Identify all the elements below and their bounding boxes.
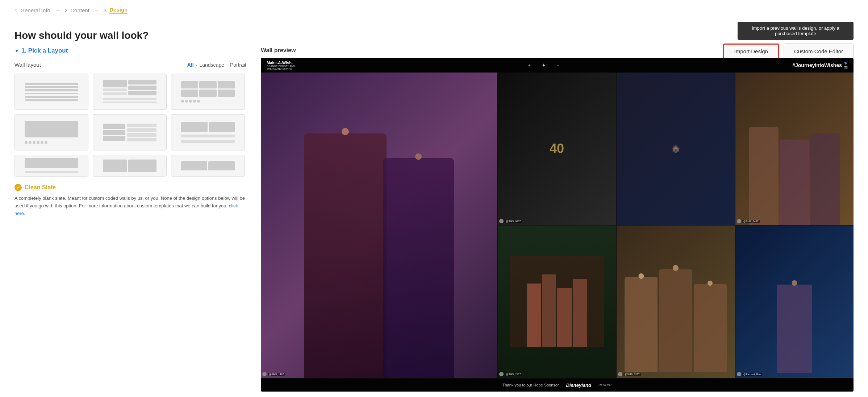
photo-username-7: @Richard_Riva (742, 373, 762, 376)
layout-card-1[interactable] (14, 74, 88, 110)
section-title: 1. Pick a Layout (21, 47, 68, 54)
photo-cell-2: 40 @SMS_0237 (498, 73, 616, 225)
photo-username-6: @SMS_0237 (623, 373, 641, 376)
photo-username-2: @SMS_0237 (505, 220, 522, 223)
logo-main-text: Make-A-Wish. (267, 61, 295, 65)
preview-footer: Thank you to our Hope Sponsor Disneyland… (261, 379, 854, 392)
preview-logo: Make-A-Wish. ORANGE COUNTY ANDTHE INLAND… (267, 61, 295, 70)
step1-label: General Info (20, 7, 50, 13)
top-actions-area: Import a previous wall's design, or appl… (723, 22, 854, 59)
step2-label: Content (70, 7, 89, 13)
preview-photo-grid: @SMS_1487 40 @SMS_0237 🏠 (261, 73, 854, 379)
custom-code-button[interactable]: Custom Code Editor (784, 44, 854, 59)
layout-card-7[interactable] (14, 155, 88, 177)
filter-landscape[interactable]: Landscape (199, 62, 224, 68)
filter-dot1: · (196, 62, 197, 68)
right-panel: Wall preview View Full Screen » Make-A-W… (261, 47, 854, 392)
photo-cell-main: @SMS_1487 (261, 73, 497, 378)
chevron-down-icon: ▼ (14, 48, 19, 54)
layout-card-4[interactable] (14, 114, 88, 150)
photo-cell-5: @SMS_2117 (498, 226, 616, 378)
photo-cell-4: @SMS_3487 (735, 73, 854, 225)
action-buttons: Import Design Custom Code Editor (723, 44, 854, 59)
photo-avatar-7 (737, 372, 741, 376)
photo-cell-7: @Richard_Riva (735, 226, 854, 378)
logo-sub-text: ORANGE COUNTY ANDTHE INLAND EMPIRE (267, 65, 295, 70)
photo-avatar-4 (737, 219, 741, 223)
photo-avatar-6 (618, 372, 622, 376)
filter-dot2: · (226, 62, 228, 68)
preview-footer-text: Thank you to our Hope Sponsor (502, 383, 559, 387)
clean-slate-label: Clean Slate (25, 184, 56, 191)
clean-slate-check-icon: ✓ (14, 184, 22, 191)
layout-card-2[interactable] (93, 74, 167, 110)
layout-card-8[interactable] (93, 155, 167, 177)
photo-user-tag-4: @SMS_3487 (737, 219, 760, 223)
photo-cell-6: @SMS_0237 (617, 226, 735, 378)
photo-user-tag-5: @SMS_2117 (499, 372, 522, 376)
layout-card-6[interactable] (171, 114, 245, 150)
step2-num: 2 (64, 7, 67, 13)
photo-user-tag-6: @SMS_0237 (618, 372, 641, 376)
layout-card-9[interactable] (171, 155, 245, 177)
layout-card-3[interactable] (171, 74, 245, 110)
import-tooltip: Import a previous wall's design, or appl… (738, 22, 854, 40)
layout-filters: All · Landscape · Portrait (187, 62, 246, 68)
arrow2: → (94, 7, 99, 13)
left-panel: ▼ 1. Pick a Layout Wall layout All · Lan… (14, 47, 246, 392)
preview-sponsor-logo: Disneyland (566, 382, 591, 388)
preview-title: Wall preview (261, 47, 296, 54)
photo-username-4: @SMS_3487 (742, 220, 760, 223)
layout-grid (14, 74, 246, 177)
photo-user-tag-2: @SMS_0237 (499, 219, 522, 223)
preview-hashtag: #JourneyIntoWishes (792, 62, 842, 68)
photo-cell-3: 🏠 (617, 73, 735, 225)
preview-top-bar: Make-A-Wish. ORANGE COUNTY ANDTHE INLAND… (261, 58, 854, 73)
stars-decoration: ✦ ✦ ✦ (295, 62, 792, 68)
photo-username-5: @SMS_2117 (505, 373, 522, 376)
wall-layout-header: Wall layout All · Landscape · Portrait (14, 62, 246, 68)
photo-user-tag-1: @SMS_1487 (262, 372, 285, 376)
step3-num: 3 (104, 7, 107, 13)
hashtag-area: #JourneyIntoWishes 🐦 📷 (792, 62, 848, 69)
filter-all[interactable]: All (187, 62, 194, 68)
filter-portrait[interactable]: Portrait (230, 62, 246, 68)
step1-num: 1 (14, 7, 17, 13)
wall-preview: Make-A-Wish. ORANGE COUNTY ANDTHE INLAND… (261, 58, 854, 392)
step3-label: Design (109, 7, 128, 14)
photo-avatar-5 (499, 372, 504, 376)
section-header: ▼ 1. Pick a Layout (14, 47, 246, 54)
clean-slate-description: A completely blank slate. Meant for cust… (14, 195, 246, 217)
wall-layout-label: Wall layout (14, 62, 41, 68)
photo-avatar-2 (499, 219, 504, 223)
layout-card-5[interactable] (93, 114, 167, 150)
clean-slate-section: ✓ Clean Slate A completely blank slate. … (14, 184, 246, 217)
import-design-button[interactable]: Import Design (723, 44, 779, 59)
breadcrumb: 1 General Info → 2 Content → 3 Design (0, 0, 868, 21)
clean-slate-title: ✓ Clean Slate (14, 184, 246, 191)
photo-avatar-1 (262, 372, 267, 376)
arrow1: → (55, 7, 60, 13)
main-content: ▼ 1. Pick a Layout Wall layout All · Lan… (0, 47, 868, 397)
photo-username-1: @SMS_1487 (268, 373, 285, 376)
photo-user-tag-7: @Richard_Riva (737, 372, 762, 376)
